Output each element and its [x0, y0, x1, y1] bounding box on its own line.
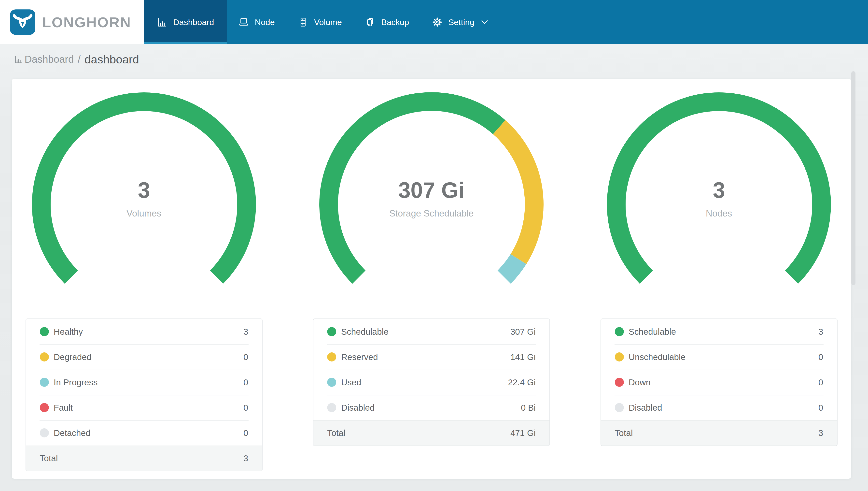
row-label: Disabled [341, 403, 521, 413]
server-icon [298, 17, 309, 28]
panel-storage-schedulable: 307 Gi Storage Schedulable Schedulable 3… [300, 79, 564, 479]
gauge-center-label: Volumes [31, 208, 257, 219]
main-nav: DashboardNodeVolumeBackupSetting [144, 0, 500, 44]
row-value: 0 [243, 403, 248, 413]
laptop-icon [238, 17, 249, 28]
status-dot-used [327, 378, 336, 387]
table-row: Unschedulable 0 [601, 344, 837, 370]
row-label: Disabled [629, 403, 818, 413]
total-row: Total 3 [26, 445, 262, 471]
breadcrumb-dashboard-icon [14, 55, 23, 64]
row-label: Down [629, 377, 818, 387]
nav-item-node[interactable]: Node [227, 0, 286, 44]
status-dot-detached [40, 428, 49, 437]
panel-volumes: 3 Volumes Healthy 3 Degraded 0 In Progre… [12, 79, 276, 479]
table-row: Schedulable 307 Gi [313, 319, 550, 344]
gauge-wrap: 3 Nodes [606, 91, 832, 318]
row-label: Fault [54, 403, 244, 413]
status-dot-healthy [40, 327, 49, 336]
table-row: Detached 0 [26, 420, 262, 445]
gauge-wrap: 3 Volumes [31, 91, 257, 318]
table-row: Disabled 0 [601, 395, 837, 420]
nav-item-label: Backup [381, 18, 409, 27]
table-row: Reserved 141 Gi [313, 344, 550, 370]
row-value: 307 Gi [510, 327, 536, 337]
longhorn-logo-icon [9, 9, 36, 35]
row-value: 0 [243, 377, 248, 387]
row-value: 0 [243, 428, 248, 438]
row-label: Detached [54, 428, 244, 438]
table-row: Degraded 0 [26, 344, 262, 370]
gauge-center-value: 3 [31, 176, 257, 204]
breadcrumb-section[interactable]: Dashboard [25, 54, 74, 65]
total-row: Total 3 [601, 420, 837, 445]
total-label: Total [615, 428, 818, 438]
table-row: Schedulable 3 [601, 319, 837, 344]
gauge-center-value: 307 Gi [318, 176, 545, 204]
row-value: 0 [818, 403, 823, 413]
gauge-segment-used [504, 259, 518, 277]
gear-icon [432, 17, 443, 28]
nav-item-label: Volume [314, 18, 342, 27]
breadcrumb-current-page: dashboard [85, 53, 139, 66]
table-row: Disabled 0 Bi [313, 395, 550, 420]
nav-item-label: Node [255, 18, 275, 27]
row-label: Schedulable [629, 327, 818, 337]
longhorn-logo[interactable]: LONGHORN [0, 0, 144, 44]
status-dot-down [615, 378, 624, 387]
bar-chart-icon [156, 17, 168, 28]
gauge-center: 3 Volumes [31, 176, 257, 219]
panel-nodes: 3 Nodes Schedulable 3 Unschedulable 0 Do… [587, 79, 851, 479]
total-label: Total [40, 454, 244, 463]
legend-table: Schedulable 3 Unschedulable 0 Down 0 Dis… [600, 318, 838, 446]
row-value: 141 Gi [510, 352, 536, 362]
gauge-center: 307 Gi Storage Schedulable [318, 176, 545, 219]
breadcrumb: Dashboard / dashboard [14, 53, 139, 66]
status-dot-degraded [40, 352, 49, 362]
nav-item-label: Setting [448, 18, 474, 27]
row-label: Schedulable [341, 327, 510, 337]
row-label: Degraded [54, 352, 244, 362]
scrollbar-thumb[interactable] [851, 71, 856, 285]
table-row: Down 0 [601, 370, 837, 395]
total-value: 3 [818, 428, 823, 438]
status-dot-in-progress [40, 378, 49, 387]
row-value: 0 [818, 352, 823, 362]
row-value: 0 [243, 352, 248, 362]
status-dot-schedulable [615, 327, 624, 336]
row-label: Healthy [54, 327, 244, 337]
gauge-center-value: 3 [606, 176, 832, 204]
nav-item-label: Dashboard [173, 18, 214, 27]
nav-item-volume[interactable]: Volume [286, 0, 353, 44]
row-value: 0 Bi [521, 403, 536, 413]
gauge-center-label: Nodes [606, 208, 832, 219]
chevron-down-icon [480, 20, 489, 25]
status-dot-fault [40, 403, 49, 412]
breadcrumb-separator: / [78, 54, 81, 65]
top-nav-bar: LONGHORN DashboardNodeVolumeBackupSettin… [0, 0, 868, 44]
status-dot-reserved [327, 352, 336, 362]
copy-icon [365, 17, 376, 28]
nav-item-backup[interactable]: Backup [353, 0, 420, 44]
status-dot-unschedulable [615, 352, 624, 362]
legend-table: Schedulable 307 Gi Reserved 141 Gi Used … [313, 318, 550, 446]
gauge-center: 3 Nodes [606, 176, 832, 219]
logo-text: LONGHORN [42, 14, 131, 30]
row-label: Used [341, 377, 508, 387]
row-value: 0 [818, 377, 823, 387]
dashboard-card: 3 Volumes Healthy 3 Degraded 0 In Progre… [12, 79, 851, 479]
total-label: Total [327, 428, 510, 438]
row-label: In Progress [54, 377, 244, 387]
nav-item-dashboard[interactable]: Dashboard [144, 0, 227, 44]
table-row: In Progress 0 [26, 370, 262, 395]
total-row: Total 471 Gi [313, 420, 550, 445]
nav-item-setting[interactable]: Setting [420, 0, 500, 44]
gauge-wrap: 307 Gi Storage Schedulable [318, 91, 545, 318]
status-dot-disabled [327, 403, 336, 412]
status-dot-schedulable [327, 327, 336, 336]
total-value: 3 [243, 454, 248, 463]
status-dot-disabled [615, 403, 624, 412]
total-value: 471 Gi [510, 428, 536, 438]
row-label: Unschedulable [629, 352, 818, 362]
row-value: 22.4 Gi [508, 377, 536, 387]
